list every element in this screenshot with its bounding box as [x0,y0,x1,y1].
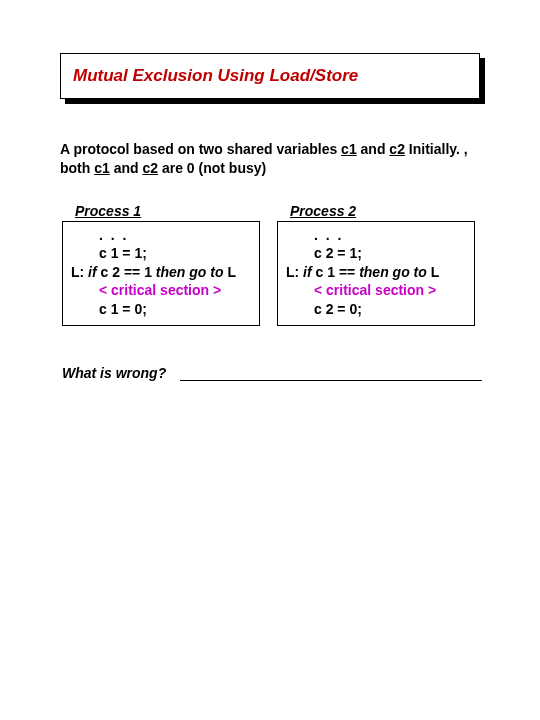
p2-stmt-3: c 2 = 0; [284,300,468,318]
p2-if-tail: L [427,264,439,280]
p1-then-kw: then go to [156,264,224,280]
p2-stmt-1: c 2 = 1; [284,244,468,262]
prompt-row: What is wrong? [62,365,482,381]
process-2-code: . . . c 2 = 1; L: if c 1 == then go to L… [277,221,475,326]
prompt-text: What is wrong? [62,365,166,381]
intro-c1: c1 [341,141,357,157]
p2-if-kw: if [303,264,312,280]
p2-if-cond: c 1 == [312,264,359,280]
p1-if-tail: L [224,264,236,280]
intro-text-4: and [110,160,143,176]
p1-if-line: L: if c 2 == 1 then go to L [69,263,253,281]
p2-if-line: L: if c 1 == then go to L [284,263,468,281]
intro-c1b: c1 [94,160,110,176]
intro-text-5: are 0 (not busy) [158,160,266,176]
p2-critical-section: < critical section > [284,281,468,299]
intro-text-2: and [357,141,390,157]
p2-ellipsis: . . . [284,226,468,244]
p1-if-cond: c 2 == 1 [97,264,156,280]
p1-if-label: L: [71,264,88,280]
p2-then-kw: then go to [359,264,427,280]
p1-ellipsis: . . . [69,226,253,244]
process-1-label: Process 1 [75,203,141,219]
intro-text-1: A protocol based on two shared variables [60,141,341,157]
prompt-blank-line [180,367,482,381]
p1-critical-section: < critical section > [69,281,253,299]
p2-if-label: L: [286,264,303,280]
intro-c2b: c2 [142,160,158,176]
title-box: Mutual Exclusion Using Load/Store [60,53,480,99]
intro-paragraph: A protocol based on two shared variables… [60,140,480,178]
p1-if-kw: if [88,264,97,280]
process-1-code: . . . c 1 = 1; L: if c 2 == 1 then go to… [62,221,260,326]
slide-title: Mutual Exclusion Using Load/Store [73,66,358,86]
process-2-label: Process 2 [290,203,356,219]
p1-stmt-1: c 1 = 1; [69,244,253,262]
intro-c2: c2 [389,141,405,157]
p1-stmt-3: c 1 = 0; [69,300,253,318]
